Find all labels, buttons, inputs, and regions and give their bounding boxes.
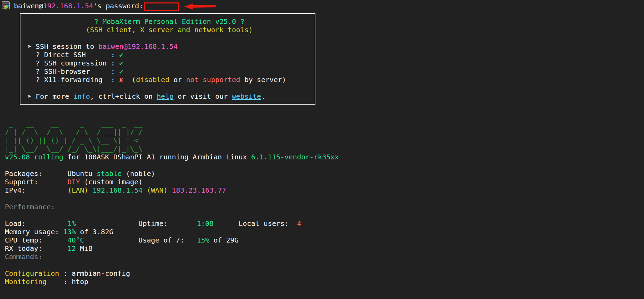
cpu-temp-value: 40°C (68, 236, 84, 244)
x11-close-text: by server) (240, 76, 286, 84)
more-info-line: ➤ For more info, ctrl+click on help or v… (23, 92, 315, 100)
space (142, 186, 147, 194)
prompt-user: baiwen@ (14, 2, 43, 10)
prompt-host: 192.168.1.54 (43, 2, 93, 10)
feature-label: ? SSH compression : (23, 59, 119, 67)
local-users-value: 4 (297, 219, 301, 228)
packages-codename: (noble) (122, 169, 155, 178)
session-host: baiwen@192.168.1.54 (98, 42, 178, 51)
lan-tag: (LAN) (68, 186, 88, 194)
ipv4-label: IPv4: (5, 186, 68, 194)
check-icon: ✔ (119, 51, 123, 59)
memory-value: 13% (63, 228, 76, 236)
prompt-suffix: 's password: (93, 2, 143, 10)
ipv4-line: IPv4: (LAN) 192.168.1.54 (WAN) 183.23.16… (5, 186, 339, 194)
rx-label: RX today: (5, 244, 68, 253)
x11-or-text: or (169, 76, 186, 84)
load-line: Load: 1% Uptime: 1:08 Local users: 4 (5, 219, 339, 228)
space (88, 186, 93, 194)
mobaxterm-icon (2, 1, 11, 10)
configuration-command: : armbian-config (59, 269, 130, 278)
support-diy: DIY (68, 178, 80, 186)
armbian-version: v25.08 rolling (5, 153, 63, 161)
memory-label: Memory usage: (5, 228, 63, 236)
commands-header: Commands: (5, 253, 339, 261)
packages-channel: stable (97, 169, 122, 178)
lan-ip: 192.168.1.54 (93, 186, 143, 194)
support-line: Support: DIY (custom image) (5, 178, 339, 186)
packages-label: Packages: Ubuntu (5, 169, 97, 178)
space (184, 236, 197, 244)
info-word: info (73, 92, 90, 100)
info-prefix: ➤ For more (23, 92, 73, 100)
memory-line: Memory usage: 13% of 3.82G (5, 228, 339, 236)
rx-unit: MiB (76, 244, 93, 253)
memory-total: of 3.82G (76, 228, 113, 236)
ssh-banner-box: ? MobaXterm Personal Edition v25.0 ? (SS… (20, 13, 315, 105)
load-value: 1% (68, 219, 76, 228)
banner-subtitle: (SSH client, X server and network tools) (23, 26, 315, 34)
blank-line (5, 211, 339, 219)
terminal-screen[interactable]: baiwen@192.168.1.54's password: ? MobaXt… (0, 0, 644, 299)
motd-output: _ __ __ _ ___ _ __ / | / \ / \ /_\ / __|… (5, 120, 339, 286)
feature-x11-forwarding: ? X11-forwarding : ✘ (disabled or not su… (23, 76, 315, 84)
disk-usage-total: of 29G (209, 236, 238, 244)
feature-ssh-browser: ? SSH-browser : ✔ (23, 67, 315, 76)
disk-usage-value: 15% (197, 236, 209, 244)
wan-tag: (WAN) (147, 186, 167, 194)
uptime-label: Uptime: (138, 219, 167, 228)
rx-value: 12 (68, 244, 76, 253)
check-icon: ✔ (119, 59, 123, 67)
ssh-session-line: ➤ SSH session to baiwen@192.168.1.54 (23, 42, 315, 51)
help-link[interactable]: help (157, 92, 173, 100)
space (168, 186, 172, 194)
support-note: (custom image) (80, 178, 143, 186)
support-label: Support: (5, 178, 68, 186)
configuration-label: Configuration (5, 269, 59, 278)
space (76, 219, 139, 228)
info-mid: , ctrl+click on (90, 92, 157, 100)
rx-today-line: RX today: 12 MiB (5, 244, 339, 253)
space (214, 219, 238, 228)
website-link[interactable]: website (232, 92, 261, 100)
version-line: v25.08 rolling for 100ASK DShanPI A1 run… (5, 153, 339, 161)
check-icon: ✔ (119, 67, 123, 76)
blank-line (5, 161, 339, 169)
password-prompt-row: baiwen@192.168.1.54's password: (2, 1, 143, 11)
info-mid2: or visit our (174, 92, 232, 100)
monitoring-label: Monitoring (5, 278, 46, 286)
load-label: Load: (5, 219, 68, 228)
info-end: . (261, 92, 265, 100)
local-users-label: Local users: (238, 219, 289, 228)
monitoring-command: : htop (46, 278, 88, 286)
password-prompt-text: baiwen@192.168.1.54's password: (14, 1, 143, 11)
space (84, 236, 139, 244)
packages-line: Packages: Ubuntu stable (noble) (5, 169, 339, 178)
x11-notsupported-text: not supported (186, 76, 241, 84)
banner-title: ? MobaXterm Personal Edition v25.0 ? (23, 17, 315, 26)
wan-ip: 183.23.163.77 (172, 186, 226, 194)
blank-line (23, 34, 315, 42)
ascii-logo-100ask: _ __ __ _ ___ _ __ / | / \ / \ /_\ / __|… (5, 120, 339, 153)
version-text: for 100ASK DShanPI A1 running Armbian Li… (63, 153, 251, 161)
monitoring-line: Monitoring : htop (5, 278, 339, 286)
cpu-temp-line: CPU temp: 40°C Usage of /: 15% of 29G (5, 236, 339, 244)
password-input-highlight[interactable] (144, 2, 179, 11)
disk-usage-label: Usage of /: (138, 236, 184, 244)
feature-direct-ssh: ? Direct SSH : ✔ (23, 51, 315, 59)
feature-label: ? X11-forwarding : (23, 76, 119, 84)
blank-line (23, 84, 315, 92)
cpu-temp-label: CPU temp: (5, 236, 68, 244)
session-prefix: ➤ SSH session to (23, 42, 98, 51)
feature-label: ? SSH-browser : (23, 67, 119, 76)
blank-line (5, 194, 339, 203)
uptime-value: 1:08 (197, 219, 214, 228)
space (289, 219, 297, 228)
performance-header: Performance: (5, 203, 339, 211)
blank-line (5, 261, 339, 269)
cross-icon: ✘ (119, 76, 123, 84)
annotation-arrow (183, 2, 218, 12)
kernel-version: 6.1.115-vendor-rk35xx (251, 153, 339, 161)
x11-paren: ( (123, 76, 136, 84)
x11-disabled-text: disabled (136, 76, 169, 84)
